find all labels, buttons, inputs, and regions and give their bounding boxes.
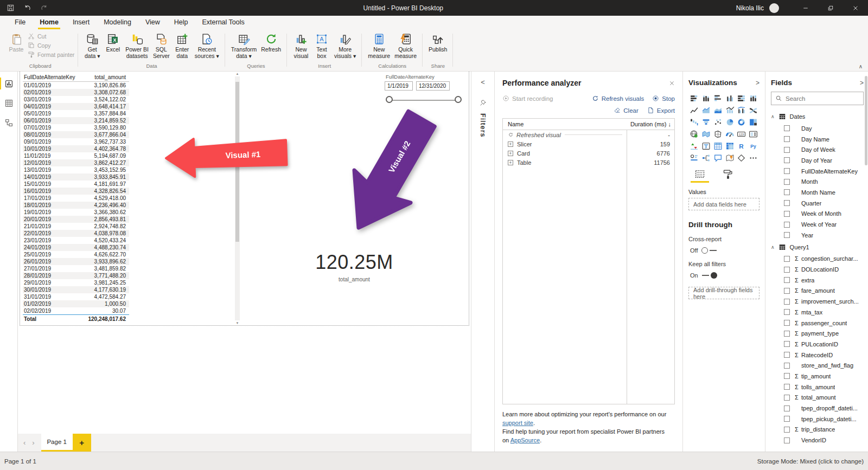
python-visual-icon[interactable]: Py xyxy=(748,140,759,151)
field-total-amount[interactable]: Σtotal_amount xyxy=(771,392,864,403)
red-arrow-shape[interactable]: Visual #1 xyxy=(163,132,291,184)
save-icon[interactable] xyxy=(7,4,15,12)
purple-arrow-shape[interactable]: Visual #2 xyxy=(342,107,439,248)
field-checkbox[interactable] xyxy=(784,168,790,174)
pie-chart-icon[interactable] xyxy=(724,117,736,127)
menu-item-home[interactable]: Home xyxy=(33,16,66,29)
key-influencers-icon[interactable] xyxy=(688,152,700,163)
donut-chart-icon[interactable] xyxy=(736,117,747,127)
field-checkbox[interactable] xyxy=(784,363,790,369)
field-extra[interactable]: Σextra xyxy=(771,275,864,286)
field-mta-tax[interactable]: Σmta_tax xyxy=(771,307,864,318)
tab-fields[interactable] xyxy=(691,168,709,183)
field-checkbox[interactable] xyxy=(784,136,790,142)
menu-item-external-tools[interactable]: External Tools xyxy=(195,16,251,29)
field-checkbox[interactable] xyxy=(784,405,790,411)
expand-icon[interactable]: + xyxy=(508,160,513,165)
field-quarter[interactable]: Quarter xyxy=(771,198,864,209)
field-checkbox[interactable] xyxy=(784,416,790,422)
ribbon-button-paste[interactable]: Paste xyxy=(6,31,27,53)
field-tip-amount[interactable]: Σtip_amount xyxy=(771,371,864,382)
scroll-up-icon[interactable]: ▲ xyxy=(235,72,240,75)
waterfall-chart-icon[interactable] xyxy=(688,117,700,127)
add-data-fields-dropzone[interactable]: Add data fields here xyxy=(688,198,760,210)
field-month-name[interactable]: Month Name xyxy=(771,187,864,198)
field-checkbox[interactable] xyxy=(784,277,790,283)
field-checkbox[interactable] xyxy=(784,200,790,206)
slicer-icon[interactable] xyxy=(700,140,712,151)
field-checkbox[interactable] xyxy=(784,341,790,347)
field-tolls-amount[interactable]: Σtolls_amount xyxy=(771,382,864,392)
table-col-amount[interactable]: total_amount xyxy=(79,74,127,81)
appsource-link[interactable]: AppSource xyxy=(510,437,540,443)
field-tpep-dropoff-dateti[interactable]: tpep_dropoff_dateti... xyxy=(771,403,864,414)
clustered-bar-chart-icon[interactable] xyxy=(712,93,724,104)
collapse-icon[interactable]: ∧ xyxy=(771,244,775,250)
field-month[interactable]: Month xyxy=(771,176,864,187)
field-checkbox[interactable] xyxy=(784,427,790,433)
model-view-button[interactable] xyxy=(0,115,17,130)
decomposition-tree-icon[interactable] xyxy=(700,152,712,163)
expand-icon[interactable]: + xyxy=(508,141,513,147)
field-pulocationid[interactable]: ΣPULocationID xyxy=(771,339,864,350)
add-drill-through-dropzone[interactable]: Add drill-through fields here xyxy=(688,287,760,299)
table-visual[interactable]: FullDateAlternateKey total_amount 01/01/… xyxy=(23,74,129,323)
kpi-icon[interactable] xyxy=(688,140,700,151)
perf-row-table[interactable]: +Table11756 xyxy=(503,158,674,167)
field-checkbox[interactable] xyxy=(784,288,790,294)
field-day[interactable]: Day xyxy=(771,123,864,134)
perf-row-card[interactable]: +Card6776 xyxy=(503,149,674,158)
support-site-link[interactable]: support site xyxy=(502,420,533,426)
table-scrollbar[interactable]: ▲ ▼ xyxy=(235,76,240,320)
close-pane-icon[interactable] xyxy=(669,80,675,86)
field-trip-distance[interactable]: Σtrip_distance xyxy=(771,424,864,435)
field-checkbox[interactable] xyxy=(784,299,790,305)
stacked-column-chart-icon[interactable] xyxy=(700,93,712,104)
ribbon-button-get-data[interactable]: Getdata ▾ xyxy=(82,31,103,60)
menu-item-file[interactable]: File xyxy=(8,16,33,29)
arcgis-map-icon[interactable] xyxy=(724,152,736,163)
ribbon-chart-icon[interactable] xyxy=(748,105,759,115)
field-congestion-surchar[interactable]: Σcongestion_surchar... xyxy=(771,254,864,265)
slider-handle-start[interactable] xyxy=(386,96,393,103)
card-visual[interactable]: 120.25M total_amount xyxy=(300,251,409,282)
slider-handle-end[interactable] xyxy=(455,96,462,103)
r-script-visual-icon[interactable]: R xyxy=(736,140,747,151)
ribbon-button-text-box[interactable]: ATextbox xyxy=(311,31,332,60)
field-checkbox[interactable] xyxy=(784,320,790,326)
clustered-column-chart-icon[interactable] xyxy=(724,93,736,104)
ribbon-button-refresh[interactable]: Refresh xyxy=(259,31,283,53)
restore-button[interactable] xyxy=(818,0,843,16)
menu-item-help[interactable]: Help xyxy=(167,16,195,29)
ribbon-button-excel[interactable]: XExcel xyxy=(103,31,123,53)
100-stacked-column-chart-icon[interactable] xyxy=(748,93,759,104)
ribbon-button-format-painter[interactable]: Format painter xyxy=(28,51,74,58)
field-improvement-surch[interactable]: Σimprovement_surch... xyxy=(771,296,864,307)
ribbon-button-recent-sources[interactable]: Recentsources ▾ xyxy=(193,31,221,60)
ribbon-button-new-measure[interactable]: Newmeasure xyxy=(366,31,392,60)
line-chart-icon[interactable] xyxy=(688,105,700,115)
field-vendorid[interactable]: VendorID xyxy=(771,435,864,446)
line-and-clustered-column-chart-icon[interactable] xyxy=(736,105,747,115)
ribbon-button-new-visual[interactable]: Newvisual xyxy=(291,31,311,60)
menu-item-modeling[interactable]: Modeling xyxy=(97,16,138,29)
fields-scrollbar[interactable] xyxy=(865,76,867,165)
search-input[interactable] xyxy=(786,95,859,102)
perf-row-refreshed-visual[interactable]: Refreshed visual- xyxy=(503,130,674,139)
next-page-icon[interactable]: › xyxy=(32,439,34,447)
card-icon[interactable]: 123 xyxy=(736,128,747,139)
area-chart-icon[interactable] xyxy=(700,105,712,115)
field-checkbox[interactable] xyxy=(784,157,790,163)
scatter-chart-icon[interactable] xyxy=(712,117,724,127)
ribbon-button-power-bi-datasets[interactable]: Power BIdatasets xyxy=(123,31,151,60)
clear-button[interactable]: Clear xyxy=(614,107,638,114)
more-visuals-icon[interactable] xyxy=(748,152,759,163)
field-table-dates[interactable]: ∧Dates xyxy=(771,110,864,123)
ribbon-button-cut[interactable]: Cut xyxy=(28,33,74,40)
tab-format[interactable] xyxy=(719,168,737,183)
gauge-icon[interactable] xyxy=(724,128,736,139)
shape-map-icon[interactable] xyxy=(712,128,724,139)
stacked-bar-chart-icon[interactable] xyxy=(688,93,700,104)
expand-filters-icon[interactable]: < xyxy=(481,78,485,86)
ribbon-button-publish[interactable]: Publish xyxy=(426,31,449,53)
